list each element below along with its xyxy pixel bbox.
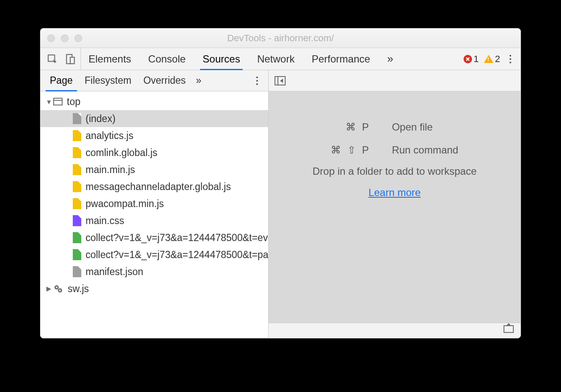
tree-item-label: manifest.json [86,266,143,278]
tree-item-label: main.min.js [86,164,135,176]
error-count-value: 1 [474,54,479,65]
panel-tabs: Elements Console Sources Network Perform… [81,48,455,70]
collapse-navigator-icon[interactable] [275,76,286,85]
collapse-arrow-icon: ▶ [45,285,53,293]
tree-item-label: messagechanneladapter.global.js [86,181,231,193]
tree-file-item[interactable]: analytics.js [40,127,268,144]
yellow-file-icon [73,164,81,175]
tree-file-item[interactable]: pwacompat.min.js [40,195,268,212]
warning-count-value: 2 [495,54,500,65]
tree-item-label: analytics.js [86,130,133,142]
tree-file-item[interactable]: (index) [40,110,268,127]
svg-point-4 [56,287,57,288]
drop-folder-hint: Drop in a folder to add to workspace [312,165,477,177]
tab-performance[interactable]: Performance [312,48,370,70]
tree-file-item[interactable]: collect?v=1&_v=j73&a=1244478500&t=pa [40,246,268,263]
tree-item-label: top [67,96,80,108]
warning-icon [484,55,493,63]
file-tree: ▼ top (index)analytics.jscomlink.global.… [40,91,268,338]
navigator-tabs: Page Filesystem Overrides » [40,70,268,91]
frame-icon [53,98,63,105]
tree-item-label: (index) [86,113,115,125]
navigator-more-tabs-icon[interactable]: » [192,70,206,91]
shortcut-run-cmd-label: Run command [392,144,458,156]
gray-file-icon [73,113,81,124]
device-toolbar-icon[interactable] [64,53,76,65]
tab-sources[interactable]: Sources [203,48,240,70]
tree-file-item[interactable]: manifest.json [40,263,268,280]
tree-item-label: collect?v=1&_v=j73&a=1244478500&t=pa [86,249,268,261]
gears-icon [53,284,63,294]
editor-empty-state: ⌘ P Open file ⌘ ⇧ P Run command Drop in … [269,91,521,323]
editor-area: ⌘ P Open file ⌘ ⇧ P Run command Drop in … [269,70,521,338]
tree-file-item[interactable]: comlink.global.js [40,144,268,161]
shortcut-open-file-label: Open file [392,121,458,133]
yellow-file-icon [73,181,81,192]
tree-item-label: collect?v=1&_v=j73&a=1244478500&t=ev [86,232,268,244]
green-file-icon [73,232,81,243]
tree-item-label: sw.js [68,283,89,295]
svg-rect-2 [70,57,74,63]
tree-file-item[interactable]: messagechanneladapter.global.js [40,178,268,195]
devtools-window: DevTools - airhorner.com/ Elements Conso… [40,28,521,338]
purple-file-icon [73,215,81,226]
svg-point-6 [59,290,61,291]
yellow-file-icon [73,130,81,141]
tab-console[interactable]: Console [148,48,186,70]
editor-tabs-bar [269,70,521,91]
gray-file-icon [73,266,81,277]
tree-frame-top[interactable]: ▼ top [40,93,268,110]
shortcut-run-cmd-keys: ⌘ ⇧ P [331,144,370,156]
inspect-element-icon[interactable] [46,53,58,65]
tree-file-item[interactable]: main.css [40,212,268,229]
window-titlebar: DevTools - airhorner.com/ [40,28,521,48]
learn-more-link[interactable]: Learn more [369,187,421,199]
tab-elements[interactable]: Elements [89,48,131,70]
settings-menu-icon[interactable] [505,55,515,63]
yellow-file-icon [73,198,81,209]
tree-item-label: pwacompat.min.js [86,198,164,210]
tab-network[interactable]: Network [257,48,295,70]
navigator-menu-icon[interactable] [246,70,268,91]
error-icon [464,55,472,63]
tree-file-item[interactable]: main.min.js [40,161,268,178]
window-title: DevTools - airhorner.com/ [40,33,521,44]
yellow-file-icon [73,147,81,158]
tree-item-label: main.css [86,215,124,227]
editor-footer [269,323,521,338]
error-count[interactable]: 1 [464,54,479,65]
main-toolbar: Elements Console Sources Network Perform… [40,48,521,70]
sources-panel-body: Page Filesystem Overrides » ▼ top (index… [40,70,521,338]
navigator-tab-overrides[interactable]: Overrides [137,70,192,91]
tree-item-label: comlink.global.js [86,147,157,159]
expand-arrow-icon: ▼ [45,98,53,105]
warning-count[interactable]: 2 [484,54,500,65]
navigator-tab-page[interactable]: Page [44,70,79,91]
tree-service-worker[interactable]: ▶ sw.js [40,280,268,297]
shortcut-open-file-keys: ⌘ P [331,121,370,133]
navigator-tab-filesystem[interactable]: Filesystem [79,70,137,91]
green-file-icon [73,249,81,260]
sources-navigator: Page Filesystem Overrides » ▼ top (index… [40,70,269,338]
tree-file-item[interactable]: collect?v=1&_v=j73&a=1244478500&t=ev [40,229,268,246]
show-drawer-icon[interactable] [504,325,514,333]
more-tabs-icon[interactable]: » [387,48,393,70]
